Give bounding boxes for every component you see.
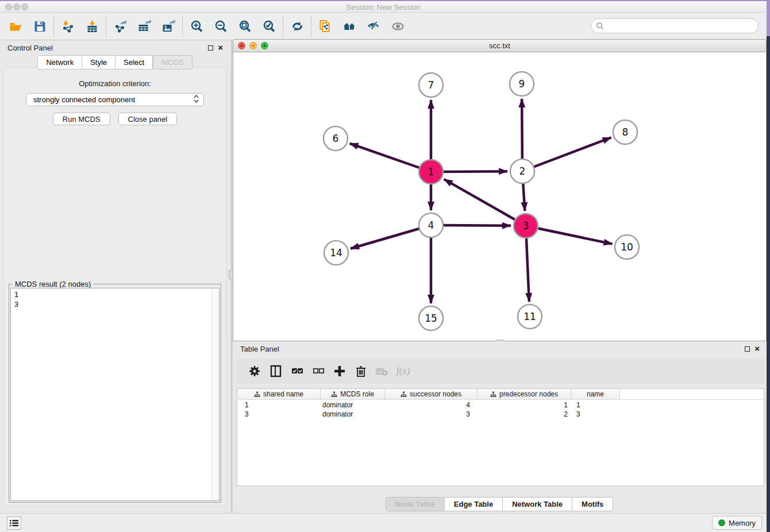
export-table-icon [137, 20, 152, 33]
table-cell[interactable]: 1 [571, 400, 620, 409]
tab-select[interactable]: Select [116, 55, 153, 70]
task-history-button[interactable] [7, 516, 21, 530]
first-neighbors-button[interactable] [337, 15, 361, 38]
optimization-criterion-label: Optimization criterion: [4, 79, 226, 88]
show-all-icon [391, 20, 405, 33]
delete-column-button[interactable] [350, 361, 371, 381]
deselect-all-columns-button[interactable] [307, 361, 329, 381]
table-cell[interactable]: dominator [321, 409, 385, 418]
import-table-button[interactable] [80, 15, 104, 38]
close-panel-icon[interactable]: × [218, 45, 223, 51]
graph-node-7[interactable]: 7 [419, 73, 443, 97]
column-header-label: successor nodes [410, 390, 461, 398]
node-label: 6 [333, 133, 339, 144]
tab-network[interactable]: Network [37, 55, 82, 70]
table-cell[interactable]: 3 [237, 409, 321, 418]
table-cell[interactable]: dominator [321, 400, 385, 409]
table-float-panel-icon[interactable] [745, 346, 750, 352]
edge-1-6[interactable] [350, 144, 431, 172]
network-window-title: scc.txt [233, 41, 766, 50]
export-network-icon [113, 20, 128, 33]
mcds-result-list[interactable]: 13 [10, 288, 220, 501]
add-column-button[interactable] [329, 361, 350, 381]
mcds-result-group: MCDS result (2 nodes) 13 [9, 284, 221, 503]
table-cell[interactable]: 4 [385, 400, 478, 409]
graph-node-10[interactable]: 10 [615, 235, 639, 259]
node-label: 8 [622, 126, 629, 138]
graph-node-4[interactable]: 4 [419, 213, 443, 237]
zoom-in-button[interactable] [184, 15, 209, 38]
column-header-predecessor-nodes[interactable]: predecessor nodes [478, 389, 571, 399]
tab-node-table[interactable]: Node Table [386, 497, 445, 511]
new-network-from-selection-button[interactable] [313, 15, 337, 38]
graph-node-6[interactable]: 6 [324, 126, 348, 151]
column-header-successor-nodes[interactable]: successor nodes [385, 389, 478, 399]
hide-selected-button[interactable] [361, 15, 386, 38]
export-table-button[interactable] [132, 15, 156, 38]
network-canvas[interactable]: 1234678910111415 [233, 52, 767, 341]
table-row: 3dominator323 [237, 409, 764, 418]
save-session-button[interactable] [28, 15, 52, 38]
zoom-selected-icon [262, 20, 276, 33]
graph-node-11[interactable]: 11 [518, 304, 542, 329]
toggle-columns-panel-icon [269, 364, 283, 378]
add-column-icon [333, 364, 346, 378]
window-title: Session: New Session [0, 3, 767, 11]
table-tabs: Node TableEdge TableNetwork TableMotifs [232, 497, 767, 511]
tab-edge-table[interactable]: Edge Table [445, 497, 503, 511]
result-scrollbar[interactable] [211, 288, 219, 500]
edge-2-8[interactable] [522, 137, 611, 171]
tab-mcds[interactable]: MCDS [153, 55, 192, 70]
table-toolbar: f(x) [237, 358, 764, 384]
export-network-button[interactable] [108, 15, 132, 38]
function-builder-icon: f(x) [396, 365, 410, 377]
close-panel-button[interactable]: Close panel [118, 113, 178, 125]
graph-node-1[interactable]: 1 [419, 160, 443, 184]
node-label: 10 [621, 241, 633, 253]
edge-3-10[interactable] [526, 226, 613, 244]
graph-node-8[interactable]: 8 [613, 120, 637, 144]
graph-node-15[interactable]: 15 [419, 306, 443, 330]
node-label: 1 [428, 166, 434, 178]
memory-button[interactable]: Memory [712, 516, 762, 530]
import-network-button[interactable] [56, 15, 80, 38]
tab-network-table[interactable]: Network Table [503, 497, 572, 511]
table-cell[interactable]: 2 [478, 409, 571, 418]
run-mcds-button[interactable]: Run MCDS [53, 113, 110, 125]
float-panel-icon[interactable] [208, 45, 213, 51]
tab-motifs[interactable]: Motifs [572, 497, 613, 511]
table-close-panel-icon[interactable]: × [754, 346, 760, 352]
column-header-MCDS-role[interactable]: MCDS role [321, 389, 385, 399]
column-header-name[interactable]: name [571, 389, 620, 399]
control-panel-title: Control Panel [7, 44, 53, 52]
column-header-shared-name[interactable]: shared name [237, 389, 321, 399]
zoom-fit-button[interactable] [233, 15, 257, 38]
search-input[interactable] [607, 22, 758, 30]
graph-node-9[interactable]: 9 [510, 72, 534, 96]
graph-node-2[interactable]: 2 [510, 159, 534, 183]
show-all-button[interactable] [386, 15, 410, 38]
graph-node-3[interactable]: 3 [514, 214, 538, 238]
export-image-button[interactable] [156, 15, 180, 38]
open-file-button[interactable] [3, 15, 28, 38]
table-cell[interactable]: 3 [385, 409, 478, 418]
select-all-columns-button[interactable] [286, 361, 307, 381]
search-field[interactable] [591, 18, 759, 33]
table-cell[interactable]: 3 [571, 409, 620, 418]
table-settings-gear-button[interactable] [244, 361, 265, 381]
table-cell[interactable]: 1 [478, 400, 571, 409]
graph-node-14[interactable]: 14 [324, 241, 348, 265]
first-neighbors-icon [342, 20, 357, 33]
toolbar-separator [106, 16, 106, 37]
zoom-selected-button[interactable] [257, 15, 281, 38]
table-cell[interactable]: 1 [237, 400, 321, 409]
tab-style[interactable]: Style [82, 55, 116, 70]
optimization-criterion-select[interactable]: strongly connected component [26, 93, 204, 106]
main-toolbar [0, 13, 767, 40]
toggle-columns-panel-button[interactable] [265, 361, 286, 381]
refresh-layout-button[interactable] [285, 15, 309, 38]
zoom-out-button[interactable] [209, 15, 233, 38]
network-window-titlebar[interactable]: × – + scc.txt [233, 39, 767, 52]
node-label: 3 [523, 220, 529, 232]
edge-3-1[interactable] [444, 179, 526, 226]
